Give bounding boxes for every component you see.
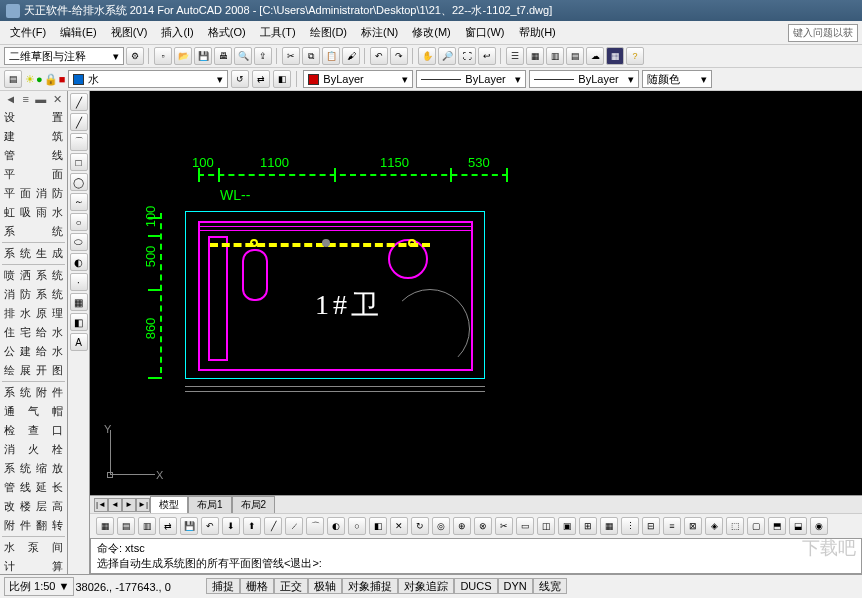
cut-icon[interactable]: ✂ [282, 47, 300, 65]
sidebar-item[interactable]: 系统缩放 [0, 459, 67, 478]
menu-draw[interactable]: 绘图(D) [304, 23, 353, 42]
panel-close-icon[interactable]: ✕ [53, 93, 62, 106]
panel-prev-icon[interactable]: ◄ [5, 93, 16, 106]
draw-tool-icon[interactable]: ◧ [70, 313, 88, 331]
help-search[interactable]: 键入问题以获 [788, 24, 858, 42]
design-center-icon[interactable]: ▦ [526, 47, 544, 65]
tab-first-icon[interactable]: |◄ [94, 498, 108, 512]
status-toggle[interactable]: 捕捉 [206, 578, 240, 594]
publish-icon[interactable]: ⇪ [254, 47, 272, 65]
menu-dim[interactable]: 标注(N) [355, 23, 404, 42]
sidebar-item[interactable]: 管 线 [0, 146, 67, 165]
sidebar-item[interactable]: 消 火 栓 [0, 440, 67, 459]
draw-tool-icon[interactable]: ～ [70, 193, 88, 211]
bottom-tool-icon[interactable]: ✂ [495, 517, 513, 535]
menu-file[interactable]: 文件(F) [4, 23, 52, 42]
menu-modify[interactable]: 修改(M) [406, 23, 457, 42]
status-toggle[interactable]: 对象捕捉 [342, 578, 398, 594]
help-icon[interactable]: ? [626, 47, 644, 65]
status-toggle[interactable]: 对象追踪 [398, 578, 454, 594]
sidebar-item[interactable]: 附件翻转 [0, 516, 67, 535]
bottom-tool-icon[interactable]: ⊠ [684, 517, 702, 535]
status-toggle[interactable]: 极轴 [308, 578, 342, 594]
bottom-tool-icon[interactable]: ⬒ [768, 517, 786, 535]
preview-icon[interactable]: 🔍 [234, 47, 252, 65]
bottom-tool-icon[interactable]: ⋮ [621, 517, 639, 535]
bottom-tool-icon[interactable]: ⬚ [726, 517, 744, 535]
match-icon[interactable]: 🖌 [342, 47, 360, 65]
tab-next-icon[interactable]: ► [122, 498, 136, 512]
draw-tool-icon[interactable]: · [70, 273, 88, 291]
tab-layout2[interactable]: 布局2 [232, 496, 276, 514]
pan-icon[interactable]: ✋ [418, 47, 436, 65]
bottom-tool-icon[interactable]: ◫ [537, 517, 555, 535]
bottom-tool-icon[interactable]: ▭ [516, 517, 534, 535]
bottom-tool-icon[interactable]: ✕ [390, 517, 408, 535]
bottom-tool-icon[interactable]: ⇄ [159, 517, 177, 535]
bottom-tool-icon[interactable]: ⬆ [243, 517, 261, 535]
draw-tool-icon[interactable]: ╱ [70, 93, 88, 111]
bottom-tool-icon[interactable]: ◧ [369, 517, 387, 535]
zoom-prev-icon[interactable]: ↩ [478, 47, 496, 65]
bottom-tool-icon[interactable]: ≡ [663, 517, 681, 535]
bottom-tool-icon[interactable]: ⬓ [789, 517, 807, 535]
sidebar-item[interactable]: 平 面 [0, 165, 67, 184]
sidebar-item[interactable]: 绘展开图 [0, 361, 67, 380]
new-icon[interactable]: ▫ [154, 47, 172, 65]
command-line[interactable]: 命令: xtsc 选择自动生成系统图的所有平面图管线<退出>: [90, 538, 862, 574]
sidebar-item[interactable]: 设 置 [0, 108, 67, 127]
bottom-tool-icon[interactable]: ⊕ [453, 517, 471, 535]
tab-model[interactable]: 模型 [150, 496, 188, 514]
menu-view[interactable]: 视图(V) [105, 23, 154, 42]
scale-combo[interactable]: 比例 1:50 ▼ [4, 577, 74, 596]
tab-last-icon[interactable]: ►| [136, 498, 150, 512]
bottom-tool-icon[interactable]: 💾 [180, 517, 198, 535]
sidebar-item[interactable]: 系统生成 [0, 244, 67, 263]
bottom-tool-icon[interactable]: ◎ [432, 517, 450, 535]
sidebar-item[interactable]: 管线延长 [0, 478, 67, 497]
drawing-canvas[interactable]: 100 1100 1150 530 WL-- 100 500 860 [90, 91, 862, 495]
tab-prev-icon[interactable]: ◄ [108, 498, 122, 512]
draw-tool-icon[interactable]: □ [70, 153, 88, 171]
bottom-tool-icon[interactable]: ◉ [810, 517, 828, 535]
sidebar-item[interactable]: 住宅给水 [0, 323, 67, 342]
sidebar-item[interactable]: 公建给水 [0, 342, 67, 361]
draw-tool-icon[interactable]: ╱ [70, 113, 88, 131]
sidebar-item[interactable]: 系 统 [0, 222, 67, 241]
zoom-icon[interactable]: 🔎 [438, 47, 456, 65]
layer-match-icon[interactable]: ⇄ [252, 70, 270, 88]
copy-icon[interactable]: ⧉ [302, 47, 320, 65]
markup-icon[interactable]: ☁ [586, 47, 604, 65]
bottom-tool-icon[interactable]: ↻ [411, 517, 429, 535]
bottom-tool-icon[interactable]: ⊟ [642, 517, 660, 535]
menu-edit[interactable]: 编辑(E) [54, 23, 103, 42]
panel-min-icon[interactable]: ▬ [35, 93, 46, 106]
draw-tool-icon[interactable]: ▦ [70, 293, 88, 311]
bottom-tool-icon[interactable]: ↶ [201, 517, 219, 535]
bottom-tool-icon[interactable]: ○ [348, 517, 366, 535]
layer-props-icon[interactable]: ▤ [4, 70, 22, 88]
sidebar-item[interactable]: 平面消防 [0, 184, 67, 203]
sidebar-item[interactable]: 检 查 口 [0, 421, 67, 440]
bottom-tool-icon[interactable]: ⊗ [474, 517, 492, 535]
menu-tools[interactable]: 工具(T) [254, 23, 302, 42]
menu-help[interactable]: 帮助(H) [513, 23, 562, 42]
color-combo[interactable]: ByLayer▾ [303, 70, 413, 88]
save-icon[interactable]: 💾 [194, 47, 212, 65]
linetype-combo[interactable]: ByLayer▾ [416, 70, 526, 88]
layer-iso-icon[interactable]: ◧ [273, 70, 291, 88]
sidebar-item[interactable]: 计 算 [0, 557, 67, 574]
calc-icon[interactable]: ▦ [606, 47, 624, 65]
status-toggle[interactable]: DUCS [454, 578, 497, 594]
undo-icon[interactable]: ↶ [370, 47, 388, 65]
status-toggle[interactable]: 正交 [274, 578, 308, 594]
redo-icon[interactable]: ↷ [390, 47, 408, 65]
lineweight-combo[interactable]: ByLayer▾ [529, 70, 639, 88]
sidebar-item[interactable]: 喷洒系统 [0, 266, 67, 285]
layer-prev-icon[interactable]: ↺ [231, 70, 249, 88]
bottom-tool-icon[interactable]: ▦ [600, 517, 618, 535]
bottom-tool-icon[interactable]: ⌒ [306, 517, 324, 535]
sidebar-item[interactable]: 排水原理 [0, 304, 67, 323]
draw-tool-icon[interactable]: A [70, 333, 88, 351]
bottom-tool-icon[interactable]: ╱ [264, 517, 282, 535]
